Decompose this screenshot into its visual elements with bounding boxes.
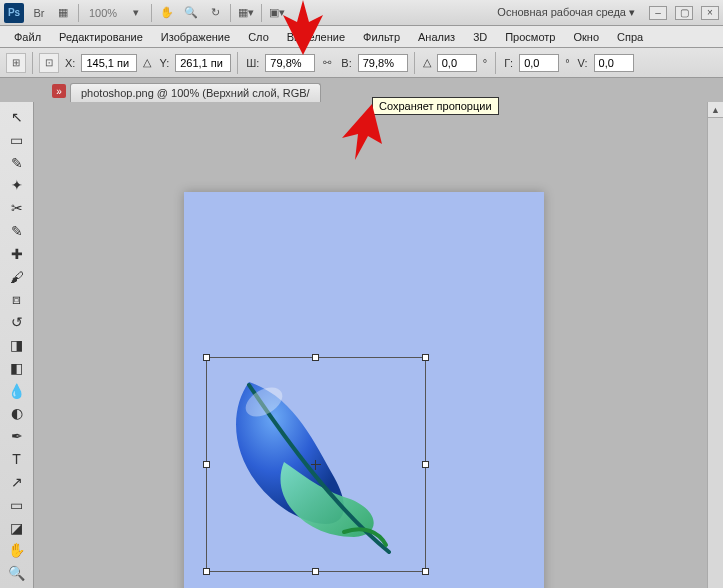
skew-h-label: Г: <box>502 57 515 69</box>
handle-mid-left[interactable] <box>203 461 210 468</box>
hand-nav-icon[interactable]: ✋ <box>158 4 176 22</box>
eraser-tool[interactable]: ◨ <box>4 334 30 356</box>
menu-3d[interactable]: 3D <box>465 29 495 45</box>
toolbox: ↖ ▭ ✎ ✦ ✂ ✎ ✚ 🖌 ⧈ ↺ ◨ ◧ 💧 ◐ ✒ T ↗ ▭ ◪ ✋ … <box>0 102 34 588</box>
lasso-tool[interactable]: ✎ <box>4 152 30 174</box>
ref-point-icon[interactable]: ⊡ <box>39 53 59 73</box>
path-select-tool[interactable]: ↗ <box>4 471 30 493</box>
zoom-level[interactable]: 100% <box>85 7 121 19</box>
x-input[interactable] <box>81 54 137 72</box>
title-bar: Ps Br ▦ 100% ▾ ✋ 🔍 ↻ ▦▾ ▣▾ Основная рабо… <box>0 0 723 26</box>
h-label: В: <box>339 57 353 69</box>
marquee-tool[interactable]: ▭ <box>4 129 30 151</box>
heal-tool[interactable]: ✚ <box>4 243 30 265</box>
menu-filter[interactable]: Фильтр <box>355 29 408 45</box>
wand-tool[interactable]: ✦ <box>4 174 30 196</box>
menu-edit[interactable]: Редактирование <box>51 29 151 45</box>
w-label: Ш: <box>244 57 261 69</box>
y-label: Y: <box>157 57 171 69</box>
handle-top-left[interactable] <box>203 354 210 361</box>
brush-tool[interactable]: 🖌 <box>4 266 30 288</box>
document-tab-strip: » photoshop.png @ 100% (Верхний слой, RG… <box>0 78 723 102</box>
crop-tool[interactable]: ✂ <box>4 197 30 219</box>
mini-bridge-icon[interactable]: ▦ <box>54 4 72 22</box>
transform-center-icon[interactable] <box>311 460 321 470</box>
menu-window[interactable]: Окно <box>565 29 607 45</box>
svg-marker-2 <box>342 104 382 160</box>
document-tab[interactable]: photoshop.png @ 100% (Верхний слой, RGB/ <box>70 83 321 102</box>
menu-help[interactable]: Спра <box>609 29 651 45</box>
arrange-icon[interactable]: ▦▾ <box>237 4 255 22</box>
handle-bot-left[interactable] <box>203 568 210 575</box>
blur-tool[interactable]: 💧 <box>4 380 30 402</box>
gradient-tool[interactable]: ◧ <box>4 357 30 379</box>
scroll-up-icon[interactable]: ▲ <box>708 102 723 118</box>
history-brush-tool[interactable]: ↺ <box>4 311 30 333</box>
zoom-tool[interactable]: 🔍 <box>4 562 30 584</box>
pen-tool[interactable]: ✒ <box>4 425 30 447</box>
move-tool[interactable]: ↖ <box>4 106 30 128</box>
handle-top-mid[interactable] <box>312 354 319 361</box>
work-area: ↖ ▭ ✎ ✦ ✂ ✎ ✚ 🖌 ⧈ ↺ ◨ ◧ 💧 ◐ ✒ T ↗ ▭ ◪ ✋ … <box>0 102 723 588</box>
menu-image[interactable]: Изображение <box>153 29 238 45</box>
svg-marker-1 <box>283 0 323 55</box>
h-input[interactable] <box>358 54 408 72</box>
dodge-tool[interactable]: ◐ <box>4 403 30 425</box>
stamp-tool[interactable]: ⧈ <box>4 289 30 311</box>
minimize-button[interactable]: – <box>649 6 667 20</box>
vertical-scrollbar[interactable]: ▲ <box>707 102 723 588</box>
zoom-dropdown-icon[interactable]: ▾ <box>127 4 145 22</box>
workspace-switcher[interactable]: Основная рабочая среда ▾ <box>491 6 641 19</box>
annotation-arrow-top <box>273 0 333 60</box>
bridge-icon[interactable]: Br <box>30 4 48 22</box>
y-delta-icon: △ <box>141 56 153 69</box>
menu-analysis[interactable]: Анализ <box>410 29 463 45</box>
menu-file[interactable]: Файл <box>6 29 49 45</box>
skew-h-input[interactable] <box>519 54 559 72</box>
menu-view[interactable]: Просмотр <box>497 29 563 45</box>
type-tool[interactable]: T <box>4 448 30 470</box>
shape-tool[interactable]: ▭ <box>4 494 30 516</box>
3d-tool[interactable]: ◪ <box>4 517 30 539</box>
y-input[interactable] <box>175 54 231 72</box>
rotate-view-icon[interactable]: ↻ <box>206 4 224 22</box>
x-label: X: <box>63 57 77 69</box>
menu-bar: Файл Редактирование Изображение Сло Выде… <box>0 26 723 48</box>
handle-bot-mid[interactable] <box>312 568 319 575</box>
handle-bot-right[interactable] <box>422 568 429 575</box>
skew-v-input[interactable] <box>594 54 634 72</box>
document-canvas[interactable] <box>184 192 544 588</box>
canvas-area[interactable]: ▲ <box>34 102 723 588</box>
constrain-proportions-tooltip: Сохраняет пропорции <box>372 97 499 115</box>
eyedropper-tool[interactable]: ✎ <box>4 220 30 242</box>
angle-icon: △ <box>421 56 433 69</box>
hand-tool[interactable]: ✋ <box>4 539 30 561</box>
transform-bounding-box[interactable] <box>206 357 426 572</box>
skew-v-label: V: <box>576 57 590 69</box>
menu-layer[interactable]: Сло <box>240 29 277 45</box>
angle-deg-icon: ° <box>481 57 489 69</box>
panel-close-icon[interactable]: » <box>52 84 66 98</box>
skew-deg-icon: ° <box>563 57 571 69</box>
annotation-arrow-bottom <box>330 102 390 162</box>
maximize-button[interactable]: ▢ <box>675 6 693 20</box>
angle-input[interactable] <box>437 54 477 72</box>
handle-mid-right[interactable] <box>422 461 429 468</box>
close-button[interactable]: × <box>701 6 719 20</box>
zoom-nav-icon[interactable]: 🔍 <box>182 4 200 22</box>
handle-top-right[interactable] <box>422 354 429 361</box>
options-bar: ⊞ ⊡ X: △ Y: Ш: ⚯ В: △ ° Г: ° V: <box>0 48 723 78</box>
app-logo: Ps <box>4 3 24 23</box>
transform-ref-icon[interactable]: ⊞ <box>6 53 26 73</box>
